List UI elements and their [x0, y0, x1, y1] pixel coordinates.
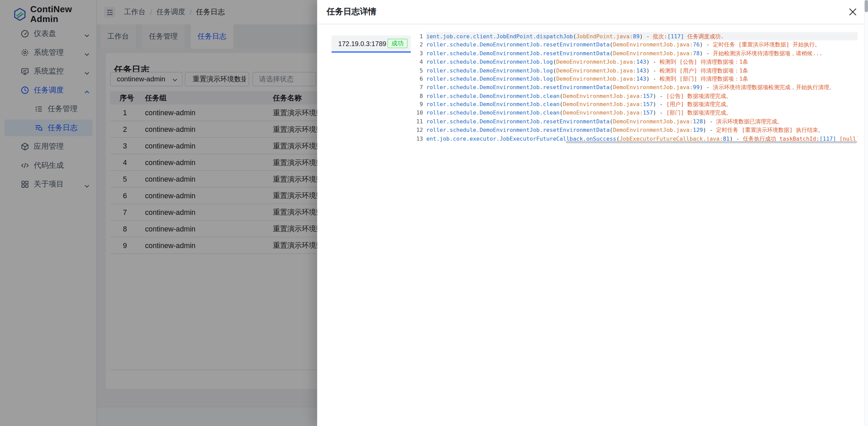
log-line-number: 10: [414, 109, 423, 117]
status-badge: 成功: [388, 39, 408, 48]
log-segment-num: 143: [636, 76, 646, 82]
log-segment-msg: [null]: [836, 135, 857, 141]
log-segment-msg: 演示环境待清理数据项检测完成，开始执行清理。: [713, 84, 835, 90]
log-line-number: 11: [414, 117, 423, 126]
log-segment-msg: 任务调度成功.: [684, 33, 724, 39]
log-segment-msg: 演示环境数据已清理完成。: [716, 118, 783, 124]
close-icon[interactable]: [849, 8, 857, 16]
log-segment-cls: roller.schedule.DemoEnvironmentJob.reset…: [426, 127, 610, 133]
drawer-title: 任务日志详情: [327, 7, 376, 17]
app-root: ContiNew Admin 仪表盘系统管理系统监控任务调度任务管理任务日志应用…: [0, 0, 868, 426]
log-line-number: 5: [414, 66, 423, 75]
horizontal-scrollbar-thumb[interactable]: [566, 141, 857, 143]
log-segment-num: [117]: [820, 135, 836, 141]
log-segment-cls: roller.schedule.DemoEnvironmentJob.clean: [426, 110, 559, 116]
log-segment-cls: roller.schedule.DemoEnvironmentJob.clean: [426, 93, 559, 99]
log-line: 1ient.job.core.client.JobEndPoint.dispat…: [414, 32, 857, 41]
log-segment-punc: ) -: [653, 101, 666, 107]
log-segment-msg: 检测到 [用户] 待清理数据项：1条: [659, 67, 748, 73]
log-segment-cls: roller.schedule.DemoEnvironmentJob.log: [426, 67, 553, 73]
log-segment-punc: ) -: [703, 127, 716, 133]
log-segment-punc: (: [610, 50, 613, 56]
log-line: 2roller.schedule.DemoEnvironmentJob.rese…: [414, 41, 857, 49]
instance-address: 172.19.0.3:1789: [338, 40, 387, 47]
log-segment-num: 99: [693, 84, 700, 90]
log-viewer: 1ient.job.core.client.JobEndPoint.dispat…: [414, 32, 857, 143]
log-segment-msg: 批次:: [653, 33, 668, 39]
instance-tab[interactable]: 172.19.0.3:1789 成功: [332, 35, 411, 53]
log-line-number: 8: [414, 92, 423, 100]
log-segment-num: 128: [693, 118, 703, 124]
log-segment-file: DemoEnvironmentJob.java:: [563, 93, 643, 99]
log-segment-punc: (: [616, 135, 619, 141]
log-segment-num: 157: [643, 110, 653, 116]
log-segment-punc: (: [559, 93, 563, 99]
log-line-text: roller.schedule.DemoEnvironmentJob.reset…: [426, 126, 857, 134]
log-segment-num: 81: [723, 135, 730, 141]
log-segment-msg: 检测到 [公告] 待清理数据项：1条: [659, 59, 748, 65]
log-segment-punc: ) -: [699, 84, 713, 90]
log-segment-punc: ) -: [639, 33, 653, 39]
log-segment-file: DemoEnvironmentJob.java:: [613, 42, 693, 48]
log-segment-msg: 任务执行成功 taskBatchId:: [743, 135, 820, 141]
log-line-number: 3: [414, 49, 423, 58]
log-segment-punc: (: [610, 42, 613, 48]
log-segment-file: DemoEnvironmentJob.java:: [613, 84, 693, 90]
log-line: 6roller.schedule.DemoEnvironmentJob.log(…: [414, 75, 857, 83]
log-line: 8roller.schedule.DemoEnvironmentJob.clea…: [414, 92, 857, 100]
log-line-text: ient.job.core.client.JobEndPoint.dispatc…: [426, 32, 857, 41]
log-segment-file: JobExecutorFutureCallback.java:: [619, 135, 723, 141]
job-log-detail-drawer: 任务日志详情 172.19.0.3:1789 成功 1ient.job.core…: [317, 0, 868, 426]
log-segment-punc: ) -: [703, 118, 716, 124]
log-line: 12roller.schedule.DemoEnvironmentJob.res…: [414, 126, 857, 134]
log-line-text: roller.schedule.DemoEnvironmentJob.log(D…: [426, 58, 857, 66]
log-segment-num: 129: [693, 127, 703, 133]
log-segment-punc: (: [553, 59, 556, 65]
log-line-text: roller.schedule.DemoEnvironmentJob.log(D…: [426, 66, 857, 75]
vertical-scrollbar-track[interactable]: [864, 0, 868, 426]
log-line-number: 4: [414, 58, 423, 66]
log-line-number: 6: [414, 75, 423, 83]
log-line-text: roller.schedule.DemoEnvironmentJob.reset…: [426, 117, 857, 126]
log-segment-cls: roller.schedule.DemoEnvironmentJob.log: [426, 76, 553, 82]
log-segment-file: DemoEnvironmentJob.java:: [613, 50, 693, 56]
log-segment-punc: ) -: [646, 59, 659, 65]
log-segment-punc: ) -: [699, 50, 713, 56]
modal-overlay[interactable]: [0, 0, 317, 426]
drawer-header: 任务日志详情: [317, 0, 868, 24]
log-segment-msg: 检测到 [部门] 待清理数据项：1条: [659, 76, 748, 82]
log-line: 4roller.schedule.DemoEnvironmentJob.log(…: [414, 58, 857, 66]
log-segment-punc: (: [553, 67, 556, 73]
log-segment-cls: roller.schedule.DemoEnvironmentJob.clean: [426, 101, 559, 107]
log-segment-num: [117]: [667, 33, 684, 39]
log-segment-cls: roller.schedule.DemoEnvironmentJob.reset…: [426, 42, 610, 48]
log-segment-punc: (: [559, 101, 563, 107]
log-segment-num: 76: [693, 42, 700, 48]
log-line: 9roller.schedule.DemoEnvironmentJob.clea…: [414, 100, 857, 109]
log-segment-punc: (: [559, 110, 563, 116]
log-segment-cls: roller.schedule.DemoEnvironmentJob.reset…: [426, 118, 610, 124]
log-line-number: 1: [414, 32, 423, 41]
log-segment-msg: [用户] 数据项清理完成。: [666, 101, 732, 107]
log-line-number: 2: [414, 41, 423, 49]
log-segment-file: DemoEnvironmentJob.java:: [563, 110, 643, 116]
log-segment-cls: roller.schedule.DemoEnvironmentJob.reset…: [426, 84, 610, 90]
log-segment-cls: ient.job.core.client.JobEndPoint.dispatc…: [426, 33, 573, 39]
log-line-text: roller.schedule.DemoEnvironmentJob.clean…: [426, 92, 857, 100]
log-line-number: 9: [414, 100, 423, 109]
log-segment-msg: 定时任务 [重置演示环境数据] 执行结束。: [716, 127, 824, 133]
log-line-number: 7: [414, 83, 423, 92]
log-segment-msg: 定时任务 [重置演示环境数据] 开始执行。: [713, 42, 821, 48]
log-line-number: 13: [414, 134, 423, 143]
log-segment-num: 143: [636, 67, 646, 73]
log-segment-msg: [部门] 数据项清理完成。: [666, 110, 732, 116]
log-line: 7roller.schedule.DemoEnvironmentJob.rese…: [414, 83, 857, 92]
log-line-text: roller.schedule.DemoEnvironmentJob.log(D…: [426, 75, 857, 83]
log-segment-file: DemoEnvironmentJob.java:: [556, 59, 636, 65]
log-segment-file: JobEndPoint.java:: [576, 33, 633, 39]
log-segment-punc: ) -: [653, 93, 666, 99]
vertical-scrollbar-thumb[interactable]: [864, 0, 868, 12]
log-segment-num: 89: [633, 33, 640, 39]
log-segment-file: DemoEnvironmentJob.java:: [556, 76, 636, 82]
log-line: 5roller.schedule.DemoEnvironmentJob.log(…: [414, 66, 857, 75]
